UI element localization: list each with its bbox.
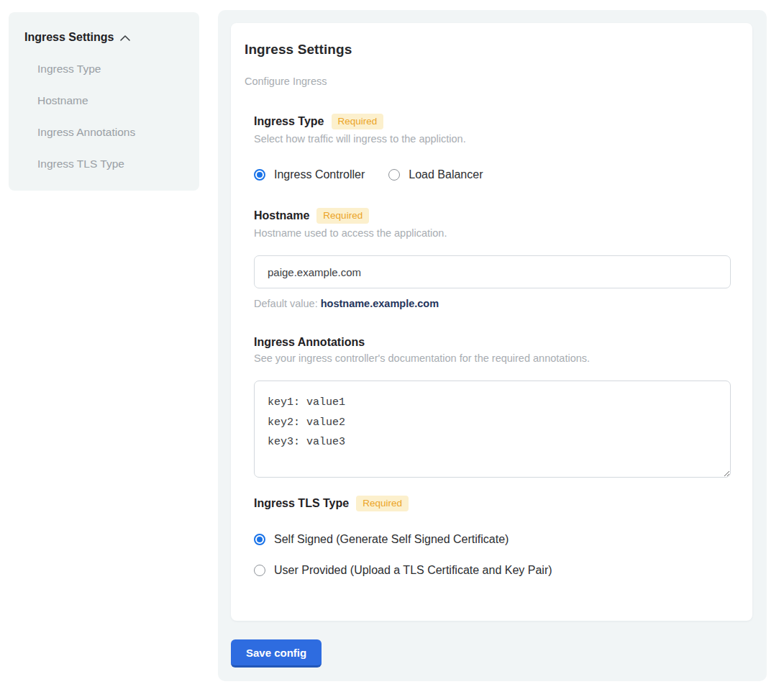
sidebar-item-ingress-type[interactable]: Ingress Type <box>24 63 185 76</box>
radio-label: Ingress Controller <box>274 168 365 181</box>
ingress-type-label: Ingress Type <box>254 115 324 128</box>
radio-unselected-icon[interactable] <box>254 565 265 576</box>
radio-ingress-controller[interactable]: Ingress Controller <box>254 168 365 181</box>
hostname-label: Hostname <box>254 209 309 222</box>
ingress-annotations-description: See your ingress controller's documentat… <box>254 352 731 364</box>
radio-load-balancer[interactable]: Load Balancer <box>388 168 483 181</box>
ingress-type-description: Select how traffic will ingress to the a… <box>254 133 731 145</box>
ingress-type-options: Ingress Controller Load Balancer <box>254 168 731 181</box>
ingress-tls-type-label: Ingress TLS Type <box>254 497 349 510</box>
sidebar-items: Ingress Type Hostname Ingress Annotation… <box>24 63 185 170</box>
ingress-tls-type-options: Self Signed (Generate Self Signed Certif… <box>254 533 731 577</box>
hostname-input[interactable] <box>254 255 731 288</box>
hostname-default-value: Default value: hostname.example.com <box>254 298 731 309</box>
default-value-prefix: Default value: <box>254 298 321 309</box>
radio-label: Load Balancer <box>409 168 483 181</box>
sidebar-section-title: Ingress Settings <box>24 31 114 44</box>
required-badge: Required <box>356 496 409 511</box>
radio-label: Self Signed (Generate Self Signed Certif… <box>274 533 509 546</box>
ingress-annotations-label: Ingress Annotations <box>254 336 365 349</box>
required-badge: Required <box>332 114 384 129</box>
sidebar-section-header[interactable]: Ingress Settings <box>24 31 185 44</box>
settings-sidebar: Ingress Settings Ingress Type Hostname I… <box>9 12 199 191</box>
page-subtitle: Configure Ingress <box>245 76 731 87</box>
radio-selected-icon[interactable] <box>254 169 265 181</box>
radio-self-signed[interactable]: Self Signed (Generate Self Signed Certif… <box>254 533 731 546</box>
radio-selected-icon[interactable] <box>254 534 265 545</box>
page-title: Ingress Settings <box>245 42 731 58</box>
section-ingress-tls-type: Ingress TLS Type Required Self Signed (G… <box>254 496 731 577</box>
sidebar-item-hostname[interactable]: Hostname <box>24 94 185 107</box>
section-ingress-annotations: Ingress Annotations See your ingress con… <box>254 336 731 480</box>
ingress-settings-card: Ingress Settings Configure Ingress Ingre… <box>231 23 752 621</box>
settings-panel: Ingress Settings Configure Ingress Ingre… <box>218 10 767 681</box>
radio-label: User Provided (Upload a TLS Certificate … <box>274 564 552 577</box>
chevron-up-icon <box>119 34 131 42</box>
sidebar-item-ingress-annotations[interactable]: Ingress Annotations <box>24 126 185 139</box>
section-ingress-type: Ingress Type Required Select how traffic… <box>254 114 731 181</box>
radio-user-provided[interactable]: User Provided (Upload a TLS Certificate … <box>254 564 731 577</box>
radio-unselected-icon[interactable] <box>388 169 400 181</box>
required-badge: Required <box>316 208 369 224</box>
ingress-annotations-textarea[interactable]: key1: value1 key2: value2 key3: value3 <box>254 381 731 478</box>
hostname-description: Hostname used to access the application. <box>254 227 731 239</box>
save-config-button[interactable]: Save config <box>231 639 322 668</box>
default-value-text: hostname.example.com <box>321 298 439 309</box>
sidebar-item-ingress-tls-type[interactable]: Ingress TLS Type <box>24 158 185 170</box>
ingress-form: Ingress Type Required Select how traffic… <box>254 114 731 577</box>
section-hostname: Hostname Required Hostname used to acces… <box>254 208 731 309</box>
